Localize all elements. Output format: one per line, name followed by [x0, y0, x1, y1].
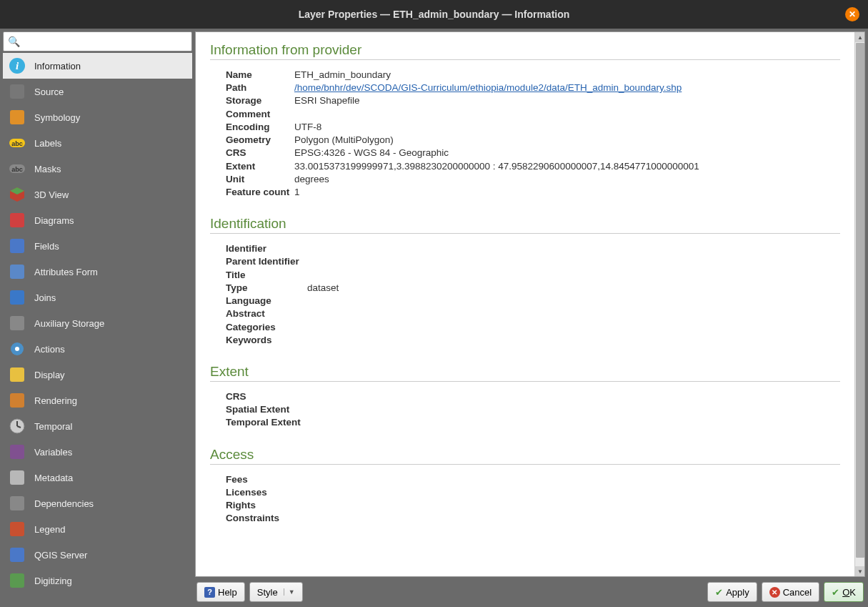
sidebar-item-source[interactable]: Source	[3, 79, 192, 104]
scroll-thumb[interactable]	[856, 43, 864, 558]
sidebar-item-rendering[interactable]: Rendering	[3, 388, 192, 413]
sidebar-item-digitizing[interactable]: Digitizing	[3, 568, 192, 593]
left-column: 🔍 iInformationSourceSymbologyabcLabelsab…	[3, 31, 192, 604]
sidebar-item-label: Display	[34, 370, 65, 380]
sidebar-item-masks[interactable]: abcMasks	[3, 156, 192, 182]
kv-key: Licenses	[226, 486, 294, 499]
kv-key: Parent Identifier	[226, 255, 307, 268]
sidebar-item-qgis-server[interactable]: QGIS Server	[3, 542, 192, 568]
close-button[interactable]: ✕	[845, 7, 859, 21]
sidebar-item-label: Diagrams	[34, 215, 74, 226]
button-bar: ? Help Style ▼ ✔ Apply ✕ Cancel ✔	[195, 580, 865, 604]
kv-key: Language	[226, 295, 307, 307]
search-icon: 🔍	[8, 36, 20, 47]
content-scroll[interactable]: Information from providerNameETH_admin_b…	[196, 32, 854, 576]
kv-row: NameETH_admin_boundary	[226, 69, 840, 82]
kv-value	[307, 321, 840, 334]
kv-value: UTF-8	[294, 121, 840, 134]
help-button[interactable]: ? Help	[196, 582, 245, 602]
kv-value: degrees	[294, 173, 840, 186]
sidebar[interactable]: iInformationSourceSymbologyabcLabelsabcM…	[3, 53, 192, 604]
kv-value	[307, 242, 840, 255]
kv-row: Extent33.0015373199999971,3.398823020000…	[226, 160, 840, 173]
sidebar-item-labels[interactable]: abcLabels	[3, 130, 192, 156]
svg-rect-22	[10, 445, 24, 459]
sidebar-item-label: QGIS Server	[34, 550, 87, 561]
cancel-label: Cancel	[783, 587, 812, 598]
kv-table: IdentifierParent IdentifierTitleTypedata…	[226, 242, 840, 347]
path-link[interactable]: /home/bnhr/dev/SCODA/GIS-Curriculum/ethi…	[294, 82, 682, 93]
gear-icon	[7, 339, 27, 359]
kv-row: Temporal Extent	[226, 416, 840, 429]
apply-button[interactable]: ✔ Apply	[707, 582, 757, 602]
scroll-down-icon[interactable]: ▼	[855, 566, 865, 576]
sidebar-item-label: Temporal	[34, 421, 72, 432]
kv-value	[307, 390, 840, 403]
masks-icon: abc	[7, 159, 27, 179]
search-input[interactable]	[23, 36, 187, 47]
sidebar-item-label: Labels	[34, 138, 61, 149]
sidebar-item-label: Dependencies	[34, 498, 94, 509]
scrollbar[interactable]: ▲ ▼	[854, 32, 864, 576]
cancel-button[interactable]: ✕ Cancel	[762, 582, 819, 602]
kv-row: Keywords	[226, 334, 840, 347]
kv-key: Keywords	[226, 334, 307, 347]
joins-icon	[7, 287, 27, 307]
svg-rect-23	[10, 470, 24, 485]
kv-row: CRS	[226, 390, 840, 403]
sidebar-item-label: Joins	[34, 292, 56, 303]
kv-key: Name	[226, 69, 294, 82]
style-button[interactable]: Style ▼	[249, 582, 303, 602]
sidebar-item-label: Digitizing	[34, 576, 72, 586]
wrench-icon	[7, 82, 27, 102]
sidebar-item-temporal[interactable]: Temporal	[3, 413, 192, 439]
sidebar-item-diagrams[interactable]: Diagrams	[3, 207, 192, 233]
kv-key: Temporal Extent	[226, 416, 307, 429]
display-icon	[7, 365, 27, 385]
sidebar-item-auxiliary-storage[interactable]: Auxiliary Storage	[3, 310, 192, 336]
scroll-up-icon[interactable]: ▲	[855, 32, 865, 42]
sidebar-item-fields[interactable]: Fields	[3, 233, 192, 259]
sidebar-item-metadata[interactable]: Metadata	[3, 465, 192, 490]
kv-value	[294, 108, 840, 121]
kv-value	[307, 307, 840, 320]
svg-rect-12	[10, 265, 24, 279]
sidebar-item-joins[interactable]: Joins	[3, 285, 192, 310]
ok-button[interactable]: ✔ OK	[824, 582, 864, 602]
sidebar-item-information[interactable]: iInformation	[3, 53, 192, 79]
sidebar-item-3d-view[interactable]: 3D View	[3, 182, 192, 207]
storage-icon	[7, 313, 27, 333]
sidebar-item-label: Metadata	[34, 473, 73, 483]
sidebar-item-dependencies[interactable]: Dependencies	[3, 490, 192, 516]
sidebar-item-symbology[interactable]: Symbology	[3, 104, 192, 130]
metadata-icon	[7, 468, 27, 488]
brush-icon	[7, 107, 27, 127]
kv-key: Constraints	[226, 512, 294, 525]
sidebar-item-variables[interactable]: Variables	[3, 439, 192, 465]
kv-row: Feature count1	[226, 186, 840, 199]
kv-value	[307, 416, 840, 429]
kv-value: ETH_admin_boundary	[294, 69, 840, 82]
kv-row: Language	[226, 295, 840, 307]
kv-key: Title	[226, 269, 307, 282]
kv-value: EPSG:4326 - WGS 84 - Geographic	[294, 147, 840, 159]
sidebar-item-display[interactable]: Display	[3, 362, 192, 388]
sidebar-item-legend[interactable]: Legend	[3, 516, 192, 542]
svg-rect-10	[10, 213, 24, 227]
kv-value	[307, 295, 840, 307]
kv-row: CRSEPSG:4326 - WGS 84 - Geographic	[226, 147, 840, 159]
ok-icon: ✔	[832, 587, 839, 598]
sidebar-search[interactable]: 🔍	[3, 31, 192, 51]
kv-value	[307, 334, 840, 347]
titlebar: Layer Properties — ETH_admin_boundary — …	[0, 0, 868, 29]
sidebar-item-label: Information	[34, 61, 81, 71]
apply-label: Apply	[726, 587, 749, 598]
render-icon	[7, 390, 27, 410]
deps-icon	[7, 493, 27, 513]
sidebar-item-attributes-form[interactable]: Attributes Form	[3, 259, 192, 285]
fields-icon	[7, 236, 27, 256]
svg-rect-14	[10, 316, 24, 330]
window-title: Layer Properties — ETH_admin_boundary — …	[299, 9, 570, 20]
kv-key: Type	[226, 282, 307, 295]
sidebar-item-actions[interactable]: Actions	[3, 336, 192, 362]
